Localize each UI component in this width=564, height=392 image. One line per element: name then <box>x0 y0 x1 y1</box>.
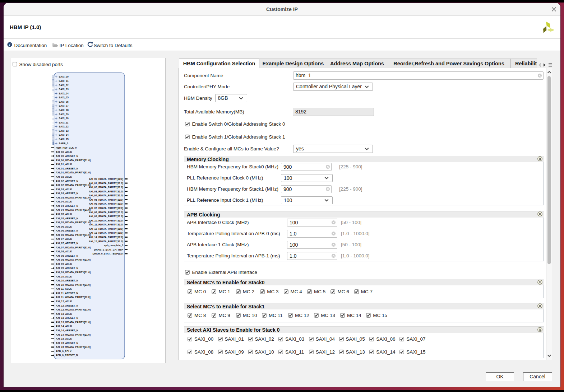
svg-text:AXI_13_ARESET_N: AXI_13_ARESET_N <box>56 317 78 319</box>
svg-text:SAXI_13: SAXI_13 <box>59 129 68 132</box>
svg-text:AXI_02_ACLK: AXI_02_ACLK <box>56 175 72 178</box>
svg-text:AXI_11_ARESET_N: AXI_11_ARESET_N <box>56 291 78 294</box>
svg-text:AXI_14_RDATA_PARITY[31:0]: AXI_14_RDATA_PARITY[31:0] <box>89 235 123 238</box>
svg-text:SAXI_04: SAXI_04 <box>59 92 68 94</box>
svg-text:APB_0_PRESET_N: APB_0_PRESET_N <box>56 354 78 356</box>
svg-text:AXI_10_WDATA_PARITY[31:0]: AXI_10_WDATA_PARITY[31:0] <box>56 283 91 286</box>
svg-text:AXI_01_RDATA_PARITY[31:0]: AXI_01_RDATA_PARITY[31:0] <box>89 182 123 185</box>
svg-text:AXI_07_WDATA_PARITY[31:0]: AXI_07_WDATA_PARITY[31:0] <box>56 246 91 249</box>
svg-text:SAPB_0: SAPB_0 <box>59 142 68 144</box>
svg-text:SAXI_05: SAXI_05 <box>59 96 68 99</box>
svg-text:AXI_11_WDATA_PARITY[31:0]: AXI_11_WDATA_PARITY[31:0] <box>56 296 91 299</box>
svg-text:AXI_14_ACLK: AXI_14_ACLK <box>56 325 72 327</box>
svg-text:AXI_05_RDATA_PARITY[31:0]: AXI_05_RDATA_PARITY[31:0] <box>89 198 123 201</box>
svg-text:AXI_11_RDATA_PARITY[31:0]: AXI_11_RDATA_PARITY[31:0] <box>89 223 123 226</box>
svg-text:AXI_00_WDATA_PARITY[31:0]: AXI_00_WDATA_PARITY[31:0] <box>56 159 91 162</box>
svg-text:AXI_07_RDATA_PARITY[31:0]: AXI_07_RDATA_PARITY[31:0] <box>89 206 123 209</box>
svg-text:AXI_06_RDATA_PARITY[31:0]: AXI_06_RDATA_PARITY[31:0] <box>89 202 123 205</box>
svg-text:SAXI_00: SAXI_00 <box>59 75 68 78</box>
svg-text:AXI_09_WDATA_PARITY[31:0]: AXI_09_WDATA_PARITY[31:0] <box>56 271 91 274</box>
svg-text:AXI_07_ARESET_N: AXI_07_ARESET_N <box>56 242 78 244</box>
svg-text:AXI_02_RDATA_PARITY[31:0]: AXI_02_RDATA_PARITY[31:0] <box>89 186 123 189</box>
svg-text:AXI_15_ACLK: AXI_15_ACLK <box>56 337 72 340</box>
svg-text:AXI_11_ACLK: AXI_11_ACLK <box>56 288 72 290</box>
svg-text:AXI_06_WDATA_PARITY[31:0]: AXI_06_WDATA_PARITY[31:0] <box>56 233 91 236</box>
svg-text:AXI_03_ACLK: AXI_03_ACLK <box>56 188 72 190</box>
svg-text:APB_0_PCLK: APB_0_PCLK <box>56 350 71 352</box>
svg-text:AXI_12_ACLK: AXI_12_ACLK <box>56 300 72 303</box>
svg-text:AXI_04_ARESET_N: AXI_04_ARESET_N <box>56 204 78 207</box>
svg-text:AXI_00_ARESET_N: AXI_00_ARESET_N <box>56 155 78 157</box>
svg-text:AXI_03_WDATA_PARITY[31:0]: AXI_03_WDATA_PARITY[31:0] <box>56 196 91 199</box>
svg-text:AXI_02_ARESET_N: AXI_02_ARESET_N <box>56 179 78 182</box>
svg-text:AXI_13_WDATA_PARITY[31:0]: AXI_13_WDATA_PARITY[31:0] <box>56 321 91 323</box>
svg-text:AXI_04_ACLK: AXI_04_ACLK <box>56 200 72 203</box>
svg-text:AXI_10_RDATA_PARITY[31:0]: AXI_10_RDATA_PARITY[31:0] <box>89 219 123 222</box>
svg-text:AXI_05_ARESET_N: AXI_05_ARESET_N <box>56 217 78 219</box>
svg-text:HBM_REF_CLK_0: HBM_REF_CLK_0 <box>56 146 77 149</box>
svg-text:AXI_15_RDATA_PARITY[31:0]: AXI_15_RDATA_PARITY[31:0] <box>89 240 123 243</box>
svg-text:SAXI_09: SAXI_09 <box>59 113 68 115</box>
svg-text:SAXI_06: SAXI_06 <box>59 100 68 103</box>
svg-text:AXI_08_ACLK: AXI_08_ACLK <box>56 250 72 253</box>
svg-text:SAXI_07: SAXI_07 <box>59 104 68 107</box>
svg-text:DRAM_0_STAT_CATTRIP: DRAM_0_STAT_CATTRIP <box>94 248 123 251</box>
svg-text:AXI_12_RDATA_PARITY[31:0]: AXI_12_RDATA_PARITY[31:0] <box>89 227 123 230</box>
svg-text:AXI_13_RDATA_PARITY[31:0]: AXI_13_RDATA_PARITY[31:0] <box>89 232 123 234</box>
svg-text:AXI_00_RDATA_PARITY[31:0]: AXI_00_RDATA_PARITY[31:0] <box>89 177 123 180</box>
svg-text:SAXI_01: SAXI_01 <box>59 80 68 82</box>
svg-text:AXI_09_ACLK: AXI_09_ACLK <box>56 262 72 265</box>
svg-text:AXI_08_RDATA_PARITY[31:0]: AXI_08_RDATA_PARITY[31:0] <box>89 211 123 214</box>
svg-text:apb_complete_0: apb_complete_0 <box>104 244 123 247</box>
svg-text:AXI_10_ACLK: AXI_10_ACLK <box>56 275 72 277</box>
svg-text:AXI_01_ACLK: AXI_01_ACLK <box>56 163 72 165</box>
svg-text:AXI_14_WDATA_PARITY[31:0]: AXI_14_WDATA_PARITY[31:0] <box>56 333 91 336</box>
svg-text:SAXI_15: SAXI_15 <box>59 138 68 140</box>
svg-text:AXI_07_ACLK: AXI_07_ACLK <box>56 238 72 240</box>
svg-text:AXI_14_ARESET_N: AXI_14_ARESET_N <box>56 329 78 332</box>
svg-text:AXI_04_RDATA_PARITY[31:0]: AXI_04_RDATA_PARITY[31:0] <box>89 194 123 197</box>
svg-text:AXI_04_WDATA_PARITY[31:0]: AXI_04_WDATA_PARITY[31:0] <box>56 209 91 211</box>
svg-text:AXI_08_WDATA_PARITY[31:0]: AXI_08_WDATA_PARITY[31:0] <box>56 258 91 261</box>
svg-text:AXI_08_ARESET_N: AXI_08_ARESET_N <box>56 254 78 257</box>
svg-text:AXI_03_RDATA_PARITY[31:0]: AXI_03_RDATA_PARITY[31:0] <box>89 190 123 193</box>
svg-text:AXI_01_WDATA_PARITY[31:0]: AXI_01_WDATA_PARITY[31:0] <box>56 171 91 174</box>
svg-text:DRAM_0_STAT_TEMP[6:0]: DRAM_0_STAT_TEMP[6:0] <box>92 252 123 255</box>
svg-text:AXI_09_RDATA_PARITY[31:0]: AXI_09_RDATA_PARITY[31:0] <box>89 215 123 218</box>
svg-text:SAXI_02: SAXI_02 <box>59 84 68 86</box>
svg-text:SAXI_14: SAXI_14 <box>59 134 68 136</box>
svg-text:SAXI_08: SAXI_08 <box>59 109 68 111</box>
svg-text:AXI_01_ARESET_N: AXI_01_ARESET_N <box>56 167 78 169</box>
svg-text:SAXI_12: SAXI_12 <box>59 125 68 128</box>
svg-text:AXI_15_ARESET_N: AXI_15_ARESET_N <box>56 341 78 344</box>
svg-text:AXI_06_ARESET_N: AXI_06_ARESET_N <box>56 229 78 232</box>
svg-text:AXI_02_WDATA_PARITY[31:0]: AXI_02_WDATA_PARITY[31:0] <box>56 184 91 187</box>
svg-text:AXI_03_ARESET_N: AXI_03_ARESET_N <box>56 192 78 195</box>
svg-text:AXI_13_ACLK: AXI_13_ACLK <box>56 312 72 315</box>
svg-text:AXI_10_ARESET_N: AXI_10_ARESET_N <box>56 279 78 282</box>
svg-text:AXI_00_ACLK: AXI_00_ACLK <box>56 150 72 153</box>
svg-text:SAXI_11: SAXI_11 <box>59 121 68 123</box>
svg-text:AXI_12_ARESET_N: AXI_12_ARESET_N <box>56 304 78 307</box>
svg-text:AXI_05_ACLK: AXI_05_ACLK <box>56 213 72 215</box>
svg-text:SAXI_03: SAXI_03 <box>59 88 68 90</box>
svg-text:AXI_06_ACLK: AXI_06_ACLK <box>56 225 72 228</box>
svg-text:AXI_05_WDATA_PARITY[31:0]: AXI_05_WDATA_PARITY[31:0] <box>56 221 91 224</box>
svg-text:AXI_12_WDATA_PARITY[31:0]: AXI_12_WDATA_PARITY[31:0] <box>56 308 91 311</box>
svg-text:AXI_15_WDATA_PARITY[31:0]: AXI_15_WDATA_PARITY[31:0] <box>56 346 91 349</box>
svg-text:SAXI_10: SAXI_10 <box>59 117 68 120</box>
svg-text:AXI_09_ARESET_N: AXI_09_ARESET_N <box>56 267 78 269</box>
